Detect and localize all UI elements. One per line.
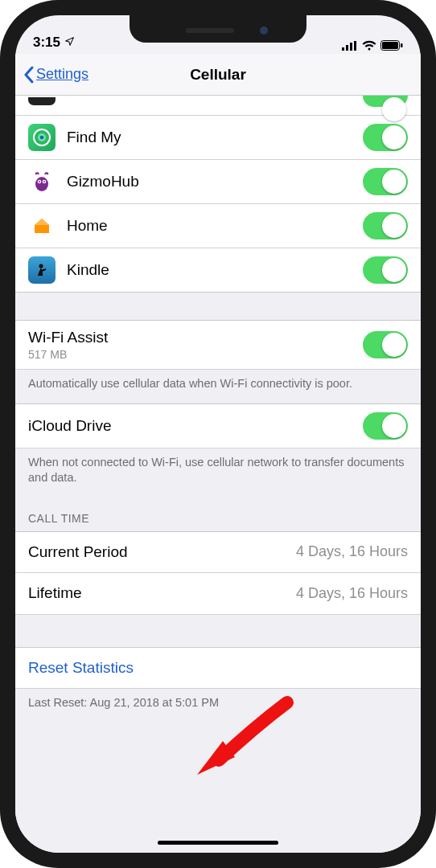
settings-content[interactable]: Find My GizmoHub Home	[15, 96, 421, 853]
screen: 3:15 Settings	[15, 15, 421, 853]
svg-rect-3	[354, 41, 356, 51]
call-time-header: CALL TIME	[15, 497, 421, 531]
lifetime-label: Lifetime	[28, 584, 296, 602]
svg-point-10	[40, 136, 44, 140]
find-my-toggle[interactable]	[363, 124, 408, 151]
icloud-drive-footer: When not connected to Wi-Fi, use cellula…	[15, 448, 421, 497]
svg-rect-5	[382, 42, 398, 49]
find-my-icon	[28, 124, 56, 151]
toggle[interactable]	[363, 96, 408, 107]
back-label: Settings	[36, 66, 88, 83]
wifi-assist-footer: Automatically use cellular data when Wi-…	[15, 370, 421, 403]
kindle-icon	[28, 256, 56, 284]
app-row-gizmohub[interactable]: GizmoHub	[15, 160, 421, 204]
app-row-find-my[interactable]: Find My	[15, 116, 421, 160]
location-icon	[64, 35, 75, 51]
home-indicator[interactable]	[158, 841, 278, 845]
notch	[130, 15, 306, 43]
current-period-row: Current Period 4 Days, 16 Hours	[15, 531, 421, 573]
app-row-kindle[interactable]: Kindle	[15, 248, 421, 293]
phone-frame: 3:15 Settings	[0, 0, 436, 868]
reset-statistics-button[interactable]: Reset Statistics	[15, 647, 421, 689]
current-period-value: 4 Days, 16 Hours	[296, 543, 408, 560]
icloud-drive-row[interactable]: iCloud Drive	[15, 403, 421, 448]
battery-icon	[380, 40, 403, 51]
page-title: Cellular	[190, 66, 246, 84]
svg-point-14	[39, 181, 40, 182]
lifetime-row: Lifetime 4 Days, 16 Hours	[15, 573, 421, 615]
svg-point-11	[35, 177, 48, 191]
back-button[interactable]: Settings	[23, 54, 88, 95]
app-label: Find My	[67, 129, 363, 146]
wifi-icon	[362, 40, 376, 51]
wifi-assist-row[interactable]: Wi-Fi Assist 517 MB	[15, 320, 421, 370]
wifi-assist-label: Wi-Fi Assist	[28, 329, 363, 346]
home-icon	[28, 212, 56, 240]
app-row-partial[interactable]	[15, 96, 421, 116]
wifi-assist-sub: 517 MB	[28, 348, 363, 361]
status-time: 3:15	[33, 35, 60, 51]
icloud-drive-label: iCloud Drive	[28, 417, 363, 435]
app-label: Home	[67, 217, 363, 235]
last-reset-footer: Last Reset: Aug 21, 2018 at 5:01 PM	[15, 689, 421, 723]
icloud-drive-toggle[interactable]	[363, 412, 408, 440]
app-row-home[interactable]: Home	[15, 204, 421, 248]
home-toggle[interactable]	[363, 212, 408, 240]
svg-point-17	[47, 173, 49, 175]
reset-statistics-label: Reset Statistics	[28, 659, 134, 677]
svg-point-15	[43, 181, 45, 182]
wifi-assist-toggle[interactable]	[363, 331, 408, 358]
gizmohub-toggle[interactable]	[363, 168, 408, 195]
gizmohub-icon	[28, 168, 56, 195]
current-period-label: Current Period	[28, 543, 296, 561]
kindle-toggle[interactable]	[363, 256, 408, 284]
cellular-signal-icon	[342, 41, 358, 51]
svg-rect-1	[346, 45, 348, 51]
svg-point-16	[35, 173, 38, 175]
navigation-bar: Settings Cellular	[15, 54, 421, 96]
app-label: GizmoHub	[67, 173, 363, 190]
app-icon	[28, 97, 56, 105]
svg-rect-0	[342, 47, 344, 51]
chevron-left-icon	[23, 66, 35, 84]
svg-rect-2	[350, 43, 352, 51]
app-label: Kindle	[67, 261, 363, 279]
svg-rect-6	[401, 43, 403, 47]
lifetime-value: 4 Days, 16 Hours	[296, 585, 408, 602]
svg-point-18	[39, 264, 43, 268]
